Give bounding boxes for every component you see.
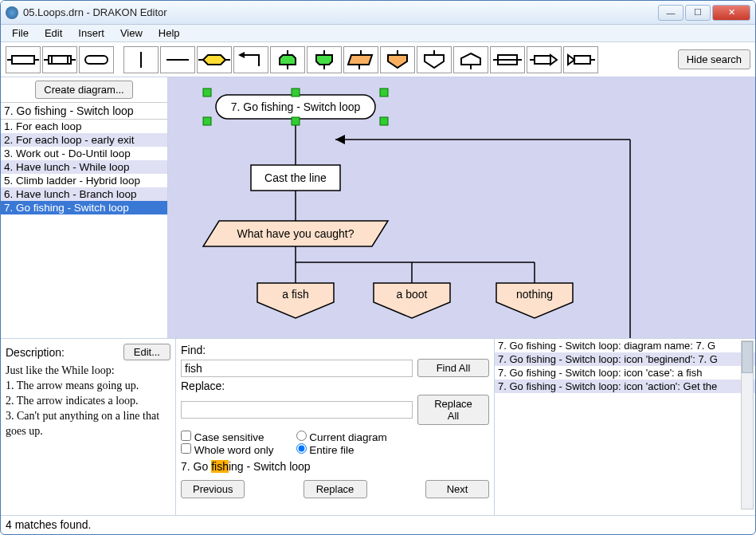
menu-insert[interactable]: Insert	[70, 26, 112, 41]
svg-marker-21	[348, 55, 372, 65]
description-panel: Description: Edit... Just like the While…	[1, 339, 176, 515]
menu-file[interactable]: File	[4, 26, 37, 41]
menu-view[interactable]: View	[112, 26, 151, 41]
list-item[interactable]: 6. Have lunch - Branch loop	[1, 187, 167, 201]
svg-marker-15	[280, 55, 296, 65]
svg-rect-55	[203, 117, 211, 125]
list-item[interactable]: 3. Work out - Do-Until loop	[1, 147, 167, 160]
svg-marker-14	[238, 52, 245, 58]
results-scrollbar[interactable]	[741, 340, 754, 509]
menu-edit[interactable]: Edit	[37, 26, 70, 41]
tool-branch-icon[interactable]	[417, 46, 452, 73]
svg-marker-49	[335, 135, 345, 144]
tool-address-icon[interactable]	[453, 46, 488, 73]
app-window: 05.Loops.drn - DRAKON Editor — ☐ ✕ File …	[0, 0, 756, 535]
window-title: 05.Loops.drn - DRAKON Editor	[23, 6, 658, 18]
list-item[interactable]: 1. For each loop	[1, 120, 167, 133]
status-text: 4 matches found.	[6, 518, 91, 531]
previous-button[interactable]: Previous	[181, 480, 245, 498]
menu-help[interactable]: Help	[151, 26, 188, 41]
tool-select-icon[interactable]	[343, 46, 378, 73]
svg-marker-28	[461, 53, 480, 65]
svg-marker-35	[550, 55, 557, 65]
tool-input-icon[interactable]	[563, 46, 598, 73]
status-bar: 4 matches found.	[1, 515, 755, 533]
replace-all-button[interactable]: Replace All	[417, 395, 489, 425]
next-button[interactable]: Next	[425, 480, 489, 498]
tool-loopend-icon[interactable]	[307, 46, 342, 73]
svg-rect-38	[574, 56, 590, 64]
svg-text:Cast the line: Cast the line	[264, 171, 327, 184]
tool-insertion-icon[interactable]	[42, 46, 77, 73]
svg-rect-0	[12, 56, 34, 64]
tool-case-icon[interactable]	[380, 46, 415, 73]
find-all-button[interactable]: Find All	[417, 359, 489, 377]
svg-text:a boot: a boot	[397, 288, 428, 301]
description-label: Description:	[6, 346, 65, 359]
titlebar: 05.Loops.drn - DRAKON Editor — ☐ ✕	[1, 1, 755, 25]
menubar: File Edit Insert View Help	[1, 25, 755, 42]
tool-shelf-icon[interactable]	[490, 46, 525, 73]
replace-button[interactable]: Replace	[304, 480, 367, 498]
tool-if-icon[interactable]	[197, 46, 232, 73]
svg-marker-26	[425, 55, 444, 68]
result-row[interactable]: 7. Go fishing - Switch loop: icon 'begin…	[495, 352, 755, 366]
whole-word-checkbox[interactable]	[181, 443, 191, 454]
search-panel: Find: Find All Replace: Replace All Case…	[176, 339, 495, 515]
svg-rect-53	[292, 89, 300, 96]
result-row[interactable]: 7. Go fishing - Switch loop: icon 'actio…	[495, 380, 755, 393]
svg-text:7. Go fishing - Switch loop: 7. Go fishing - Switch loop	[231, 100, 361, 113]
diagram-svg: 7. Go fishing - Switch loop Cast the lin…	[168, 77, 750, 338]
diagram-list-header: 7. Go fishing - Switch loop	[1, 102, 167, 120]
find-label: Find:	[181, 344, 489, 356]
list-item[interactable]: 2. For each loop - early exit	[1, 133, 167, 147]
list-item-selected[interactable]: 7. Go fishing - Switch loop	[1, 201, 167, 214]
result-row[interactable]: 7. Go fishing - Switch loop: diagram nam…	[495, 339, 755, 352]
svg-rect-57	[380, 117, 388, 125]
tool-horizontal-icon[interactable]	[160, 46, 195, 73]
diagram-canvas[interactable]: 7. Go fishing - Switch loop Cast the lin…	[168, 77, 755, 338]
search-results[interactable]: 7. Go fishing - Switch loop: diagram nam…	[495, 339, 755, 515]
app-icon	[6, 6, 18, 19]
hide-search-button[interactable]: Hide search	[678, 49, 750, 69]
replace-input[interactable]	[181, 401, 413, 419]
result-row[interactable]: 7. Go fishing - Switch loop: icon 'case'…	[495, 366, 755, 380]
svg-rect-54	[380, 89, 388, 96]
svg-rect-52	[203, 89, 211, 96]
find-input[interactable]	[181, 360, 413, 377]
svg-text:nothing: nothing	[516, 288, 553, 301]
edit-description-button[interactable]: Edit...	[123, 344, 170, 360]
create-diagram-button[interactable]: Create diagram...	[35, 81, 132, 99]
description-text: Just like the While loop: 1. The arrow m…	[6, 364, 170, 510]
tool-beginend-icon[interactable]	[79, 46, 114, 73]
replace-label: Replace:	[181, 380, 489, 392]
svg-marker-37	[568, 55, 574, 65]
current-match: 7. Go fishing - Switch loop	[181, 458, 489, 474]
list-item[interactable]: 5. Climb ladder - Hybrid loop	[1, 174, 167, 187]
tool-arrow-icon[interactable]	[233, 46, 268, 73]
svg-text:What have you caught?: What have you caught?	[237, 227, 354, 240]
svg-text:a fish: a fish	[282, 288, 308, 301]
close-button[interactable]: ✕	[712, 5, 750, 21]
toolbar: Hide search	[1, 42, 755, 77]
maximize-button[interactable]: ☐	[685, 5, 711, 21]
scope-current-radio[interactable]	[296, 431, 307, 441]
svg-rect-8	[85, 56, 108, 64]
tool-action-icon[interactable]	[6, 46, 41, 73]
svg-rect-56	[292, 117, 300, 125]
list-item[interactable]: 4. Have lunch - While loop	[1, 160, 167, 174]
svg-rect-34	[535, 56, 550, 64]
tool-output-icon[interactable]	[527, 46, 562, 73]
svg-marker-18	[316, 55, 332, 65]
tool-vertical-icon[interactable]	[123, 46, 159, 73]
sidebar: Create diagram... 7. Go fishing - Switch…	[1, 77, 168, 338]
svg-marker-24	[388, 55, 407, 68]
diagram-list[interactable]: 1. For each loop 2. For each loop - earl…	[1, 120, 167, 338]
svg-marker-11	[203, 55, 225, 65]
scope-file-radio[interactable]	[296, 443, 307, 454]
tool-loopbegin-icon[interactable]	[270, 46, 305, 73]
case-sensitive-checkbox[interactable]	[181, 431, 191, 441]
minimize-button[interactable]: —	[658, 5, 684, 21]
